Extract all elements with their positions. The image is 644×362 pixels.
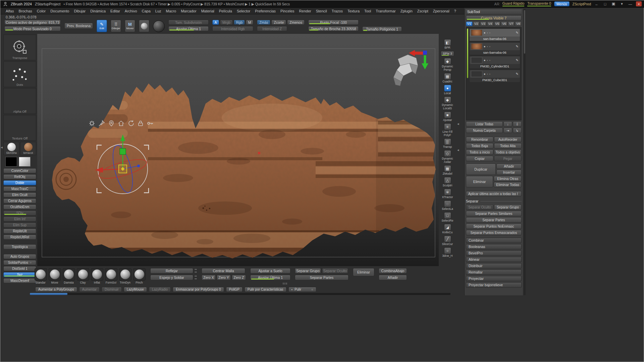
brush-slot[interactable]: FormSo! xyxy=(104,268,118,284)
subpalette-bar[interactable]: Distribuir xyxy=(466,263,522,268)
shelf-bottom-button[interactable]: Pulir xyxy=(288,287,316,292)
quicksave-guard-button[interactable]: Guard Rápido xyxy=(502,1,524,6)
visibility-set-tab[interactable]: V4 xyxy=(487,21,494,26)
uv-icon[interactable]: ◦ xyxy=(489,72,490,76)
anchor-a-button[interactable]: A xyxy=(212,20,219,25)
polypaint-icon[interactable]: ◦ xyxy=(487,45,488,48)
draw-mode-button[interactable]: ⠿Dibujar xyxy=(111,20,121,32)
tray-button[interactable]: Elim Inf xyxy=(3,217,36,222)
key-icon[interactable] xyxy=(147,120,154,127)
scrollbar-thumb[interactable] xyxy=(30,293,67,295)
zscript-pred-button[interactable]: ZScriptPred xyxy=(573,2,591,6)
stroke-slot[interactable]: Dots xyxy=(3,61,36,87)
paste-button[interactable]: Pegar xyxy=(494,156,522,161)
polypaint-icon[interactable]: ◦ xyxy=(487,59,488,62)
uv-icon[interactable]: ◦ xyxy=(489,59,490,62)
viewport-tool[interactable]: ◇ Dynamic Axilar xyxy=(440,150,455,164)
brush-size-slider[interactable]: Tamaño de Brocha 23.30558 xyxy=(308,26,359,31)
rename-button[interactable]: Renombrar xyxy=(466,137,493,142)
move-mode-button[interactable]: MMover xyxy=(125,20,135,32)
panel-collapse-arrow[interactable]: ◂ xyxy=(457,148,459,152)
adjust-last-slider[interactable]: Ajustar Última 1 xyxy=(250,275,290,280)
viewport-tool[interactable]: ▦ ZModel xyxy=(440,165,455,175)
viewport-tool[interactable]: ◌ SelectLa xyxy=(440,200,455,210)
menu-item[interactable]: Render xyxy=(299,9,311,13)
polypaint-icon[interactable]: ◦ xyxy=(487,72,488,76)
apply-last-action-button[interactable]: Aplicar última acción a todas las l xyxy=(466,191,522,196)
menu-item[interactable]: Marcador xyxy=(181,9,196,13)
shelf-drag-handle[interactable] xyxy=(283,283,287,285)
brush-slot[interactable]: Inflat xyxy=(90,268,104,284)
insert-button[interactable]: Insertar xyxy=(496,170,522,175)
shelf-bottom-button[interactable]: Enmascarar por PolyGroups 0 xyxy=(173,287,224,292)
merge-down-button[interactable]: CombinaAbajo xyxy=(379,268,407,274)
rgb-intensity-slider[interactable]: Intensidad Rgb xyxy=(212,26,253,31)
panel-layout-icon[interactable]: □ xyxy=(602,2,608,6)
tray-button[interactable]: RepiteUltRel xyxy=(3,235,36,240)
m-button[interactable]: M xyxy=(246,20,253,25)
shelf-bottom-button[interactable]: Pulir por Características xyxy=(245,287,286,292)
subtool-item[interactable]: ● ◦ ◦ ✎ PM3D_Cylinder3D1 xyxy=(469,56,520,69)
split-masked-button[interactable]: Separar Puntos Enmascarados xyxy=(466,230,522,235)
visibility-set-tab[interactable]: V7 xyxy=(508,21,515,26)
transparent-slider[interactable]: Transparente 0 xyxy=(527,1,551,6)
rotate-mode-button[interactable] xyxy=(139,20,149,32)
all-to-target-button[interactable]: Todos a objetivo xyxy=(494,149,522,155)
tray-button[interactable]: RellObj xyxy=(3,174,36,179)
menu-item[interactable]: Zplugin xyxy=(400,9,413,13)
uv-icon[interactable]: ◦ xyxy=(489,45,490,48)
active-polycount-slider[interactable]: Conteo activo de polígono: 815,73 xyxy=(4,20,61,25)
edit-pencil-icon[interactable]: ✎ xyxy=(516,72,519,76)
viewport-canvas[interactable] xyxy=(37,34,439,266)
copy-button[interactable]: Copiar xyxy=(466,156,493,161)
subpalette-bar[interactable]: Combinar xyxy=(466,238,522,243)
mrgb-button[interactable]: Mrgb xyxy=(220,20,233,25)
delete-button[interactable]: Eliminar xyxy=(466,176,493,187)
menu-item[interactable]: Trazos xyxy=(332,9,343,13)
edit-pencil-icon[interactable]: ✎ xyxy=(516,45,519,48)
subpalette-bar[interactable]: Booleanas xyxy=(466,244,522,249)
location-icon[interactable] xyxy=(108,120,115,127)
tray-button[interactable]: Auto Grupos xyxy=(3,254,36,259)
subtool-item[interactable]: ● ◦ ◦ ✎ san-barnaba-06 xyxy=(469,42,520,55)
polypaint-icon[interactable]: ◦ xyxy=(487,31,488,35)
menu-item[interactable]: Transformar xyxy=(376,9,396,13)
visibility-set-tab[interactable]: V5 xyxy=(494,21,501,26)
smooth-weight-mode-slider[interactable]: Modo Peso Suavizado 0 xyxy=(4,26,61,31)
tray-button[interactable]: Elim Sup xyxy=(3,223,36,228)
shelf-bottom-button[interactable]: LazyRadio xyxy=(149,287,171,292)
subdivision-size-slider[interactable]: Tam. Subdivisión xyxy=(168,20,209,25)
visible-count-slider[interactable]: Cuenta Visible 7 xyxy=(466,15,522,20)
split-group-button[interactable]: Separar Grupo xyxy=(295,268,321,274)
lock-icon[interactable] xyxy=(137,120,144,127)
duplicate-button[interactable]: Duplicar xyxy=(466,164,496,175)
viewport-tool[interactable]: ▒ Transp xyxy=(440,138,455,148)
texture-slot[interactable]: Texture Off xyxy=(3,115,36,141)
split-group-button[interactable]: Separar Grupo xyxy=(494,204,522,210)
split-similar-parts-button[interactable]: Separar Partes Similares xyxy=(466,211,522,216)
viewport-tool[interactable]: ※ XTractor xyxy=(440,189,455,199)
dock-left-icon[interactable]: ← xyxy=(594,2,599,6)
subpalette-bar[interactable]: Alinear xyxy=(466,257,522,262)
viewport-tool[interactable]: ╱ SliceCur xyxy=(440,236,455,246)
set-to-ground-button[interactable]: Ajustar a Suelo xyxy=(250,268,290,274)
new-folder-button[interactable]: Nueva Carpeta xyxy=(466,128,503,133)
viewport-tool[interactable]: ◢ KnifeCu xyxy=(440,224,455,234)
tray-collapse-arrow[interactable]: ◂ xyxy=(0,145,3,149)
subpalette-bar[interactable]: Proyectar xyxy=(466,276,522,281)
shelf-bottom-button[interactable]: LazyMouse xyxy=(124,287,147,292)
secondary-color-swatch[interactable] xyxy=(19,157,31,167)
mirror-button[interactable]: Reflejar xyxy=(150,268,193,274)
menu-item[interactable]: Stencil xyxy=(316,9,327,13)
material-slot-terracotta[interactable]: terracot xyxy=(20,142,36,155)
minimize-icon[interactable]: — xyxy=(628,2,633,6)
viewport-tool[interactable]: ● Local xyxy=(440,85,455,95)
mirror-axis-buttons[interactable] xyxy=(194,268,197,273)
split-hidden-button[interactable]: Separar Oculto xyxy=(322,268,348,274)
menu-item[interactable]: Brochas xyxy=(18,9,32,13)
material-slot-skinshade[interactable]: SkinSha xyxy=(3,142,19,155)
zadd-button[interactable]: Zmás xyxy=(257,20,270,25)
menu-item[interactable]: Editar xyxy=(110,9,120,13)
subtool-item[interactable]: ● ◦ ◦ ✎ san-barnaba-06 xyxy=(469,28,520,41)
split-parts-button[interactable]: Separar Partes xyxy=(295,275,348,280)
